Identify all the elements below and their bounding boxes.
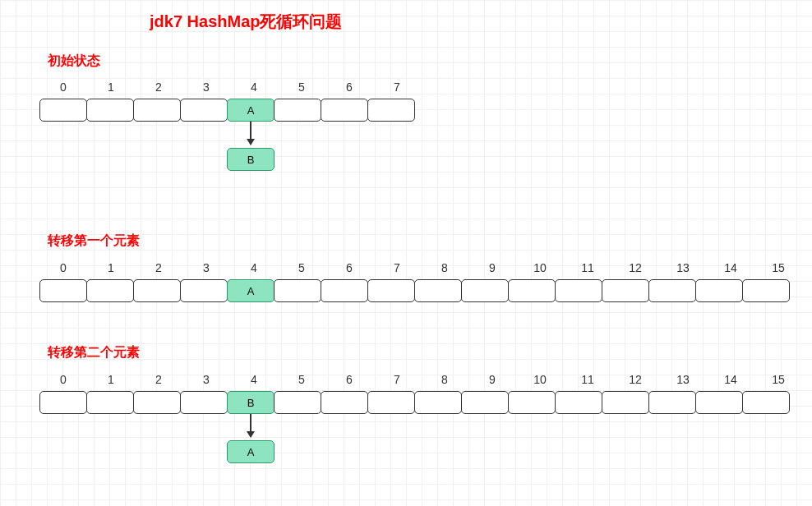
index-label: 8 <box>421 261 468 274</box>
index-label: 11 <box>564 373 611 386</box>
index-label: 13 <box>659 373 707 386</box>
index-label: 13 <box>659 261 707 274</box>
index-label: 6 <box>325 373 373 386</box>
index-label: 7 <box>373 261 421 274</box>
page-title: jdk7 HashMap死循环问题 <box>150 11 342 33</box>
chain-node: A <box>227 440 275 463</box>
section-transfer1-label: 转移第一个元素 <box>48 232 140 250</box>
transfer2-array: B <box>39 391 790 414</box>
array-cell <box>39 279 87 302</box>
index-label: 4 <box>230 80 278 94</box>
array-cell <box>695 279 743 302</box>
array-cell-filled: A <box>227 99 275 122</box>
index-label: 11 <box>564 261 611 274</box>
index-label: 2 <box>135 373 182 386</box>
array-cell <box>39 391 87 414</box>
index-label: 6 <box>325 261 373 274</box>
array-cell <box>367 391 415 414</box>
array-cell <box>180 279 228 302</box>
array-cell <box>133 99 181 122</box>
array-cell <box>133 391 181 414</box>
array-cell-filled: A <box>227 279 275 302</box>
index-label: 3 <box>182 373 230 386</box>
initial-index-row: 0 1 2 3 4 5 6 7 <box>39 80 421 94</box>
index-label: 2 <box>135 80 182 94</box>
arrow-down-icon <box>250 122 251 145</box>
index-label: 7 <box>373 373 421 386</box>
index-label: 1 <box>87 373 135 386</box>
array-cell <box>555 279 602 302</box>
array-cell <box>414 391 462 414</box>
array-cell <box>86 391 134 414</box>
index-label: 4 <box>230 373 278 386</box>
index-label: 9 <box>468 373 516 386</box>
index-label: 1 <box>87 80 135 94</box>
index-label: 0 <box>39 261 87 274</box>
index-label: 7 <box>373 80 421 94</box>
array-cell-filled: B <box>227 391 275 414</box>
index-label: 0 <box>39 373 87 386</box>
index-label: 2 <box>135 261 182 274</box>
index-label: 3 <box>182 261 230 274</box>
array-cell <box>86 99 134 122</box>
transfer1-index-row: 0 1 2 3 4 5 6 7 8 9 10 11 12 13 14 15 <box>39 261 802 274</box>
index-label: 14 <box>707 373 754 386</box>
index-label: 14 <box>707 261 754 274</box>
array-cell <box>461 279 509 302</box>
array-cell <box>742 391 790 414</box>
index-label: 3 <box>182 80 230 94</box>
array-cell <box>648 391 696 414</box>
section-initial-label: 初始状态 <box>48 53 100 70</box>
array-cell <box>367 99 415 122</box>
index-label: 12 <box>611 261 659 274</box>
index-label: 5 <box>278 80 325 94</box>
index-label: 9 <box>468 261 516 274</box>
array-cell <box>321 279 368 302</box>
index-label: 15 <box>754 373 802 386</box>
array-cell <box>86 279 134 302</box>
array-cell <box>602 279 649 302</box>
array-cell <box>414 279 462 302</box>
index-label: 6 <box>325 80 373 94</box>
array-cell <box>321 391 368 414</box>
array-cell <box>602 391 649 414</box>
index-label: 4 <box>230 261 278 274</box>
index-label: 12 <box>611 373 659 386</box>
array-cell <box>461 391 509 414</box>
array-cell <box>274 391 321 414</box>
array-cell <box>180 99 228 122</box>
chain-node: B <box>227 148 275 171</box>
array-cell <box>508 391 556 414</box>
initial-array: A <box>39 99 415 122</box>
array-cell <box>133 279 181 302</box>
index-label: 0 <box>39 80 87 94</box>
index-label: 15 <box>754 261 802 274</box>
array-cell <box>274 99 321 122</box>
array-cell <box>742 279 790 302</box>
index-label: 8 <box>421 373 468 386</box>
index-label: 10 <box>516 261 564 274</box>
array-cell <box>508 279 556 302</box>
index-label: 5 <box>278 373 325 386</box>
array-cell <box>321 99 368 122</box>
transfer2-index-row: 0 1 2 3 4 5 6 7 8 9 10 11 12 13 14 15 <box>39 373 802 386</box>
index-label: 10 <box>516 373 564 386</box>
section-transfer2-label: 转移第二个元素 <box>48 344 140 361</box>
array-cell <box>555 391 602 414</box>
index-label: 1 <box>87 261 135 274</box>
index-label: 5 <box>278 261 325 274</box>
transfer1-array: A <box>39 279 790 302</box>
array-cell <box>695 391 743 414</box>
array-cell <box>367 279 415 302</box>
array-cell <box>274 279 321 302</box>
array-cell <box>39 99 87 122</box>
array-cell <box>648 279 696 302</box>
array-cell <box>180 391 228 414</box>
arrow-down-icon <box>250 414 251 437</box>
